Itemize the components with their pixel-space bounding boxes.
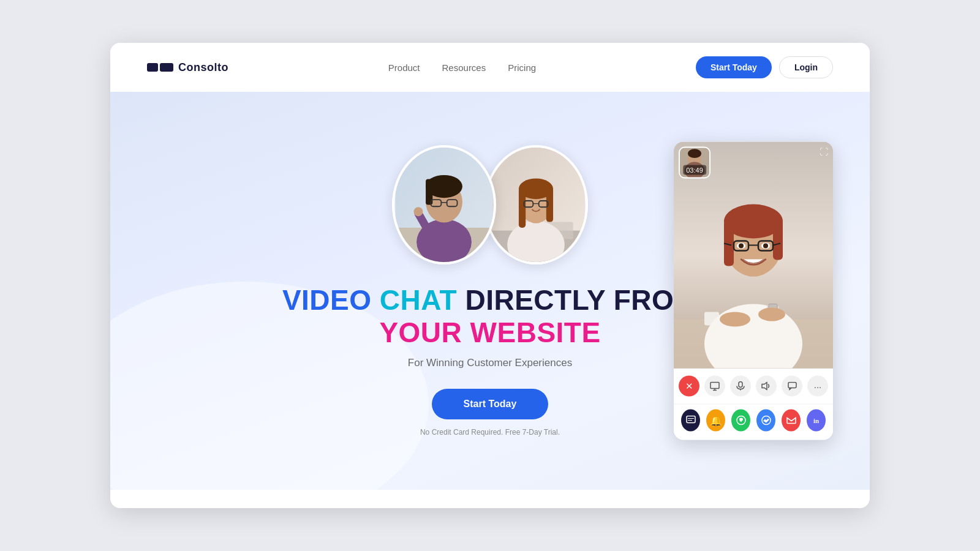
video-call-widget: 03:49 ⛶ ✕: [674, 142, 833, 440]
hero-section: VIDEO CHAT DIRECTLY FROM YOUR WEBSITE Fo…: [110, 92, 870, 490]
thumbnail-person-1: [392, 145, 496, 264]
svg-rect-22: [546, 187, 553, 222]
logo-text: Consolto: [178, 61, 228, 74]
nav-product[interactable]: Product: [388, 62, 420, 73]
video-main-area: 03:49 ⛶: [674, 142, 833, 369]
video-top-bar: ⛶: [820, 147, 828, 157]
browser-window: Consolto Product Resources Pricing Start…: [110, 43, 870, 508]
hero-note: No Credit Card Required. Free 7-Day Tria…: [420, 428, 560, 437]
end-call-button[interactable]: ✕: [679, 376, 699, 397]
svg-rect-38: [773, 220, 783, 260]
headline-directly-from: DIRECTLY FROM: [465, 284, 698, 316]
svg-rect-37: [724, 220, 734, 266]
chat-social-button[interactable]: [681, 410, 700, 432]
chat-button[interactable]: [782, 376, 802, 397]
svg-rect-21: [519, 187, 526, 227]
svg-point-46: [739, 244, 744, 249]
svg-rect-55: [739, 382, 742, 388]
start-today-hero-button[interactable]: Start Today: [432, 389, 549, 419]
notification-social-button[interactable]: 🔔: [706, 410, 725, 432]
logo: Consolto: [147, 61, 228, 74]
nav-pricing[interactable]: Pricing: [508, 62, 536, 73]
headline-word-chat: CHAT: [380, 284, 466, 316]
screen-share-button[interactable]: [704, 376, 725, 397]
svg-rect-52: [710, 383, 719, 389]
svg-rect-59: [687, 416, 695, 423]
logo-square-2: [160, 63, 173, 72]
volume-button[interactable]: [756, 376, 777, 397]
svg-point-32: [720, 312, 750, 327]
hero-headline: VIDEO CHAT DIRECTLY FROM YOUR WEBSITE: [282, 284, 698, 349]
hero-subheading: For Winning Customer Experiences: [408, 357, 572, 369]
svg-point-51: [688, 149, 701, 158]
google-social-button[interactable]: [782, 410, 801, 432]
hero-content: VIDEO CHAT DIRECTLY FROM YOUR WEBSITE Fo…: [282, 145, 698, 437]
video-pip: 03:49: [679, 147, 710, 179]
nav-links: Product Resources Pricing: [388, 62, 536, 73]
svg-line-64: [787, 418, 791, 421]
video-timer: 03:49: [683, 165, 706, 175]
navbar: Consolto Product Resources Pricing Start…: [110, 43, 870, 92]
thumbnail-person-2: [484, 145, 588, 264]
expand-icon[interactable]: ⛶: [820, 147, 828, 157]
mute-button[interactable]: [730, 376, 751, 397]
linkedin-social-button[interactable]: in: [807, 410, 826, 432]
svg-point-12: [413, 207, 423, 216]
svg-marker-57: [762, 383, 767, 390]
video-controls: ✕ ···: [674, 369, 833, 404]
svg-line-65: [791, 418, 796, 421]
logo-icon: [147, 63, 173, 72]
start-today-nav-button[interactable]: Start Today: [696, 56, 772, 78]
more-button[interactable]: ···: [807, 376, 828, 397]
logo-square-1: [147, 63, 158, 72]
svg-point-47: [763, 244, 768, 249]
nav-actions: Start Today Login: [696, 56, 833, 78]
login-button[interactable]: Login: [779, 56, 833, 78]
messenger-social-button[interactable]: [756, 410, 775, 432]
video-social-buttons: 🔔 in: [674, 404, 833, 440]
nav-resources[interactable]: Resources: [442, 62, 486, 73]
headline-word-video: VIDEO: [282, 284, 380, 316]
headline-your-website: YOUR WEBSITE: [379, 317, 600, 348]
svg-point-33: [758, 308, 785, 321]
svg-rect-58: [788, 383, 796, 388]
hero-thumbnails: [392, 145, 588, 264]
whatsapp-social-button[interactable]: [731, 410, 750, 432]
